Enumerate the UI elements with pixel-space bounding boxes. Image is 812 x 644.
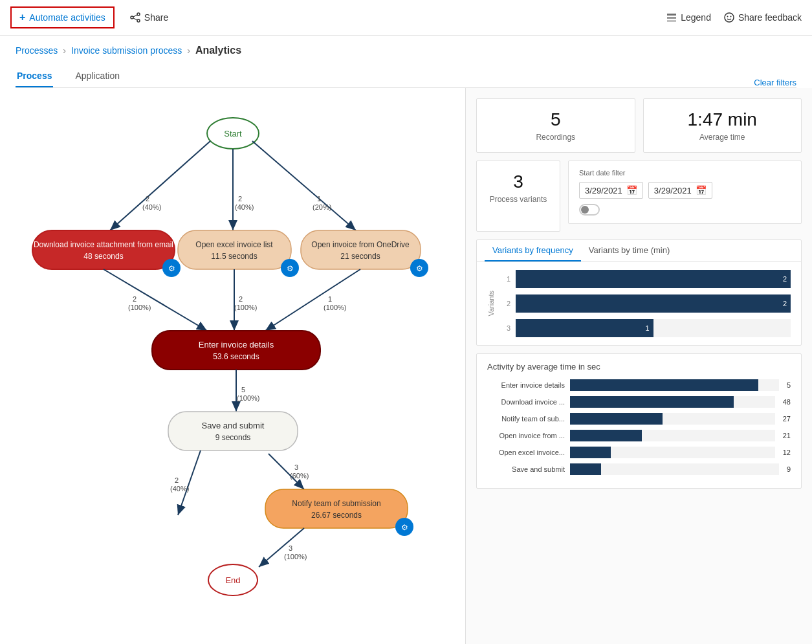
avg-time-value: 1:47 min — [654, 109, 791, 130]
excel-badge-icon: ⚙ — [287, 264, 294, 273]
notify-badge-icon: ⚙ — [401, 523, 408, 532]
activity-val-4: 12 — [783, 449, 791, 456]
variants-value: 3 — [487, 172, 549, 192]
vtab-frequency[interactable]: Variants by frequency — [485, 240, 581, 261]
variants-chart-area: Variants 1 2 2 — [477, 262, 801, 345]
breadcrumb: Processes › Invoice submission process ›… — [0, 36, 812, 65]
notify-label-1: Notify team of submission — [292, 499, 380, 508]
svg-point-2 — [137, 19, 140, 22]
share-button[interactable]: Share — [130, 12, 168, 23]
feedback-button[interactable]: Share feedback — [724, 12, 802, 23]
edge-label-start-onedrive-pct: (20%) — [313, 203, 331, 211]
feedback-label: Share feedback — [738, 12, 802, 23]
svg-line-3 — [133, 15, 137, 17]
activity-label-0: Enter invoice details — [487, 381, 565, 389]
svg-point-0 — [137, 13, 140, 16]
variants-section: Variants by frequency Variants by time (… — [476, 239, 802, 346]
onedrive-label-2: 21 seconds — [340, 252, 380, 261]
automate-button[interactable]: + Automate activities — [10, 6, 115, 28]
date-from-input[interactable]: 3/29/2021 📅 — [579, 182, 643, 199]
onedrive-label-1: Open invoice from OneDrive — [311, 240, 410, 249]
diagram-panel: Start 2 (40%) 2 (40%) 1 (20%) Download i… — [0, 88, 466, 644]
activity-label-4: Open excel invoice... — [487, 449, 565, 456]
activity-title: Activity by average time in sec — [487, 362, 791, 372]
date-from-value: 3/29/2021 — [585, 186, 622, 195]
end-label: End — [225, 575, 240, 585]
bar-fill-1: 2 — [516, 270, 791, 288]
download-node[interactable] — [32, 230, 175, 269]
variants-tabs: Variants by frequency Variants by time (… — [477, 240, 801, 262]
tab-process[interactable]: Process — [16, 65, 53, 87]
breadcrumb-processes[interactable]: Processes — [16, 45, 58, 56]
edge-save-end-pct: (40%) — [170, 485, 189, 493]
clear-filters-button[interactable]: Clear filters — [754, 78, 796, 87]
edge-enter-save-pct: (100%) — [237, 394, 259, 402]
activity-bar-row-2: Notify team of sub... 27 — [487, 413, 791, 425]
date-to-value: 3/29/2021 — [654, 186, 692, 195]
edge-label-start-download: 2 — [146, 195, 149, 203]
tab-application[interactable]: Application — [74, 65, 121, 87]
activity-val-3: 21 — [783, 432, 791, 439]
vtab-time[interactable]: Variants by time (min) — [581, 240, 677, 261]
svg-point-1 — [131, 16, 133, 19]
calendar-from-icon: 📅 — [626, 185, 637, 195]
right-panel: 5 Recordings 1:47 min Average time 3 Pro… — [466, 88, 812, 644]
svg-line-4 — [133, 18, 137, 20]
breadcrumb-process-name[interactable]: Invoice submission process — [71, 45, 182, 56]
edge-notify-end — [259, 528, 304, 567]
save-submit-node[interactable] — [168, 412, 298, 450]
date-filter-toggle[interactable] — [579, 204, 600, 216]
activity-bar-row-4: Open excel invoice... 12 — [487, 447, 791, 458]
main-tabs: Process Application — [16, 65, 121, 87]
date-to-input[interactable]: 3/29/2021 📅 — [648, 182, 712, 199]
activity-bar-wrap-5 — [570, 463, 779, 475]
bar-row-2: 2 2 — [500, 294, 791, 313]
legend-button[interactable]: Legend — [666, 12, 711, 23]
svg-point-9 — [727, 16, 728, 17]
download-label-1: Download invoice attachment from email — [34, 240, 173, 249]
edge-start-onedrive — [252, 141, 356, 230]
plus-icon: + — [19, 12, 25, 23]
onedrive-badge-icon: ⚙ — [416, 264, 423, 273]
recordings-value: 5 — [487, 109, 624, 130]
activity-bar-wrap-3 — [570, 430, 775, 441]
bar-value-2: 2 — [783, 300, 787, 307]
svg-point-8 — [725, 13, 734, 22]
activity-val-5: 9 — [787, 465, 791, 473]
svg-point-10 — [730, 16, 731, 17]
avg-time-label: Average time — [654, 133, 791, 142]
bar-fill-3: 1 — [516, 319, 653, 337]
edge-od-enter-pct: (100%) — [324, 304, 346, 311]
bar-container-2: 2 — [516, 294, 791, 313]
notify-label-2: 26.67 seconds — [311, 511, 362, 520]
edge-save-notify-val: 3 — [294, 463, 298, 471]
excel-label-1: Open excel invoice list — [195, 240, 273, 249]
bar-fill-2: 2 — [516, 294, 791, 313]
bar-value-1: 2 — [783, 275, 787, 283]
svg-rect-5 — [667, 14, 676, 16]
excel-node[interactable] — [178, 230, 291, 269]
enter-details-label-2: 53.6 seconds — [213, 352, 259, 361]
bar-y-label-2: 2 — [500, 300, 510, 307]
activity-bar-2 — [570, 413, 663, 425]
activity-bar-wrap-1 — [570, 396, 775, 408]
activity-label-2: Notify team of sub... — [487, 415, 565, 423]
edge-dl-enter-pct: (100%) — [128, 304, 151, 311]
toggle-row — [579, 204, 791, 216]
process-diagram: Start 2 (40%) 2 (40%) 1 (20%) Download i… — [13, 101, 453, 606]
activity-val-2: 27 — [783, 415, 791, 423]
recordings-label: Recordings — [487, 133, 624, 142]
activity-val-0: 5 — [787, 381, 791, 389]
variants-label: Process variants — [487, 195, 549, 204]
date-inputs: 3/29/2021 📅 3/29/2021 📅 — [579, 182, 791, 199]
stats-row: 5 Recordings 1:47 min Average time — [476, 98, 802, 153]
edge-notify-end-pct: (100%) — [284, 553, 307, 561]
onedrive-node[interactable] — [301, 230, 421, 269]
share-label: Share — [144, 12, 168, 23]
enter-details-node[interactable] — [152, 331, 320, 370]
save-label-1: Save and submit — [202, 421, 265, 430]
date-filter-card: Start date filter 3/29/2021 📅 3/29/2021 … — [568, 161, 802, 224]
activity-bar-wrap-4 — [570, 447, 775, 458]
activity-section: Activity by average time in sec Enter in… — [476, 353, 802, 489]
notify-node[interactable] — [265, 489, 408, 528]
